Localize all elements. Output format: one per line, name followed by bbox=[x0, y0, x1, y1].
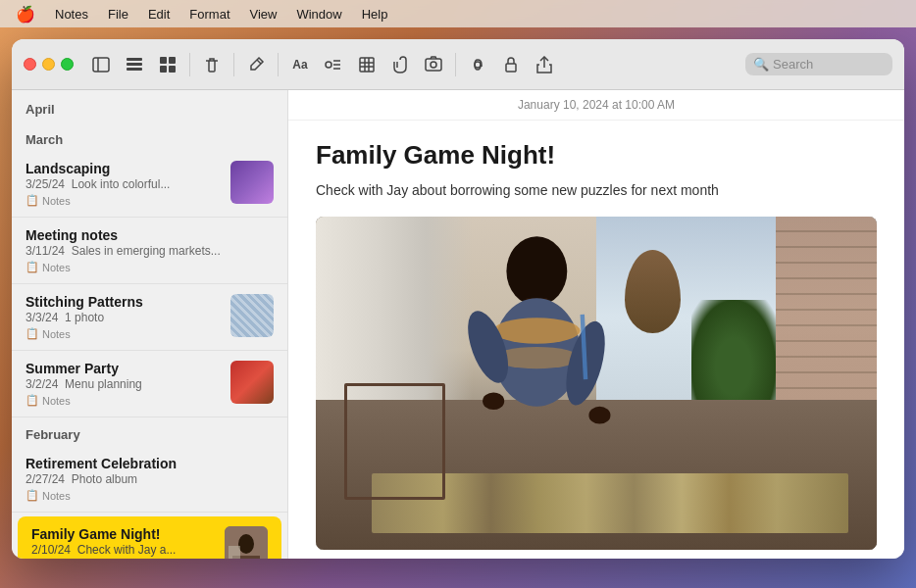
list-view-button[interactable] bbox=[121, 51, 148, 78]
svg-point-35 bbox=[483, 392, 504, 410]
note-thumb-summer-party bbox=[230, 361, 274, 404]
menu-bar: 🍎 Notes File Edit Format View Window Hel… bbox=[0, 0, 916, 27]
app-window: Aa bbox=[12, 39, 904, 559]
svg-point-28 bbox=[507, 236, 568, 306]
svg-point-31 bbox=[493, 318, 580, 344]
note-title-meeting: Meeting notes bbox=[25, 227, 274, 243]
content-area: April March Landscaping 3/25/24 Look int… bbox=[12, 90, 904, 559]
svg-rect-6 bbox=[169, 57, 176, 64]
attachment-button[interactable] bbox=[386, 51, 414, 78]
sidebar-toggle-button[interactable] bbox=[87, 51, 115, 78]
sidebar-section-header-february: February bbox=[12, 417, 287, 446]
search-box[interactable]: 🔍 bbox=[745, 53, 892, 75]
checklist-button[interactable] bbox=[320, 51, 347, 78]
menu-view[interactable]: View bbox=[242, 5, 285, 24]
apple-menu[interactable]: 🍎 bbox=[8, 3, 43, 25]
note-image bbox=[316, 217, 877, 550]
toolbar: Aa bbox=[12, 39, 904, 90]
delete-button[interactable] bbox=[198, 51, 226, 78]
note-title-summer-party: Summer Party bbox=[25, 361, 223, 376]
traffic-lights bbox=[24, 58, 74, 71]
note-meta-meeting: 3/11/24 Sales in emerging markets... bbox=[25, 244, 274, 258]
text-format-button[interactable]: Aa bbox=[286, 51, 314, 78]
note-folder-retirement: 📋Notes bbox=[25, 489, 274, 502]
note-item-family-game[interactable]: Family Game Night! 2/10/24 Check with Ja… bbox=[18, 516, 281, 559]
search-icon: 🔍 bbox=[753, 57, 769, 72]
menu-edit[interactable]: Edit bbox=[140, 5, 178, 24]
note-title-stitching: Stitching Patterns bbox=[25, 294, 223, 310]
svg-rect-3 bbox=[127, 63, 142, 66]
svg-line-9 bbox=[257, 60, 261, 64]
svg-rect-20 bbox=[426, 59, 441, 71]
editor-body: Check with Jay about borrowing some new … bbox=[316, 180, 877, 201]
svg-point-36 bbox=[589, 407, 611, 424]
note-folder-stitching: 📋Notes bbox=[25, 327, 223, 340]
note-item-landscaping[interactable]: Landscaping 3/25/24 Look into colorful..… bbox=[12, 151, 287, 218]
close-button[interactable] bbox=[24, 58, 36, 71]
photo-child-svg bbox=[372, 233, 681, 450]
note-meta-family-game: 2/10/24 Check with Jay a... bbox=[31, 543, 217, 557]
note-item-retirement[interactable]: Retirement Celebration 2/27/24 Photo alb… bbox=[12, 446, 287, 513]
note-meta-retirement: 2/27/24 Photo album bbox=[25, 472, 274, 486]
share-button[interactable] bbox=[531, 51, 558, 78]
svg-rect-14 bbox=[360, 58, 374, 72]
menu-help[interactable]: Help bbox=[354, 5, 396, 24]
photo-scene bbox=[316, 217, 877, 550]
toolbar-divider-2 bbox=[233, 53, 234, 76]
svg-rect-8 bbox=[169, 66, 176, 73]
note-folder-meeting: 📋Notes bbox=[25, 261, 274, 273]
photo-button[interactable] bbox=[420, 51, 447, 78]
note-thumb-landscaping bbox=[230, 161, 274, 204]
menu-notes[interactable]: Notes bbox=[47, 5, 96, 24]
lock-button[interactable] bbox=[497, 51, 525, 78]
note-meta-summer-party: 3/2/24 Menu planning bbox=[25, 377, 223, 391]
svg-rect-4 bbox=[127, 68, 142, 71]
note-title-landscaping: Landscaping bbox=[25, 161, 223, 176]
menu-window[interactable]: Window bbox=[288, 5, 349, 24]
note-item-summer-party[interactable]: Summer Party 3/2/24 Menu planning 📋Notes bbox=[12, 351, 287, 417]
note-content[interactable]: Family Game Night! Check with Jay about … bbox=[288, 121, 904, 559]
sidebar-section-header-april: April bbox=[12, 90, 287, 122]
note-thumb-family-game bbox=[225, 526, 268, 559]
note-date-bar: January 10, 2024 at 10:00 AM bbox=[288, 90, 904, 121]
svg-point-21 bbox=[431, 62, 436, 68]
menu-file[interactable]: File bbox=[100, 5, 136, 24]
svg-rect-0 bbox=[93, 58, 109, 72]
note-item-meeting[interactable]: Meeting notes 3/11/24 Sales in emerging … bbox=[12, 218, 287, 284]
maximize-button[interactable] bbox=[61, 58, 74, 71]
note-editor: January 10, 2024 at 10:00 AM Family Game… bbox=[288, 90, 904, 559]
svg-rect-7 bbox=[160, 66, 167, 73]
sidebar: April March Landscaping 3/25/24 Look int… bbox=[12, 90, 288, 559]
mention-button[interactable] bbox=[464, 51, 491, 78]
note-meta-landscaping: 3/25/24 Look into colorful... bbox=[25, 177, 223, 191]
note-folder-landscaping: 📋Notes bbox=[25, 194, 223, 207]
note-title-family-game: Family Game Night! bbox=[31, 526, 217, 542]
note-item-stitching[interactable]: Stitching Patterns 3/3/24 1 photo 📋Notes bbox=[12, 284, 287, 351]
svg-rect-27 bbox=[229, 546, 240, 559]
note-meta-stitching: 3/3/24 1 photo bbox=[25, 311, 223, 324]
svg-rect-23 bbox=[506, 64, 516, 72]
sidebar-section-header-march: March bbox=[12, 122, 287, 151]
toolbar-divider-1 bbox=[189, 53, 190, 76]
menu-format[interactable]: Format bbox=[181, 5, 237, 24]
gallery-view-button[interactable] bbox=[154, 51, 181, 78]
table-button[interactable] bbox=[353, 51, 381, 78]
svg-rect-2 bbox=[127, 58, 142, 61]
search-input[interactable] bbox=[773, 57, 881, 72]
note-folder-summer-party: 📋Notes bbox=[25, 394, 223, 407]
toolbar-divider-3 bbox=[278, 53, 279, 76]
note-thumb-stitching bbox=[230, 294, 274, 337]
svg-point-10 bbox=[326, 62, 331, 68]
new-note-button[interactable] bbox=[242, 51, 270, 78]
minimize-button[interactable] bbox=[42, 58, 55, 71]
svg-rect-5 bbox=[160, 57, 167, 64]
editor-title: Family Game Night! bbox=[316, 140, 877, 171]
toolbar-divider-4 bbox=[455, 53, 456, 76]
svg-point-25 bbox=[238, 534, 254, 554]
note-title-retirement: Retirement Celebration bbox=[25, 456, 274, 471]
